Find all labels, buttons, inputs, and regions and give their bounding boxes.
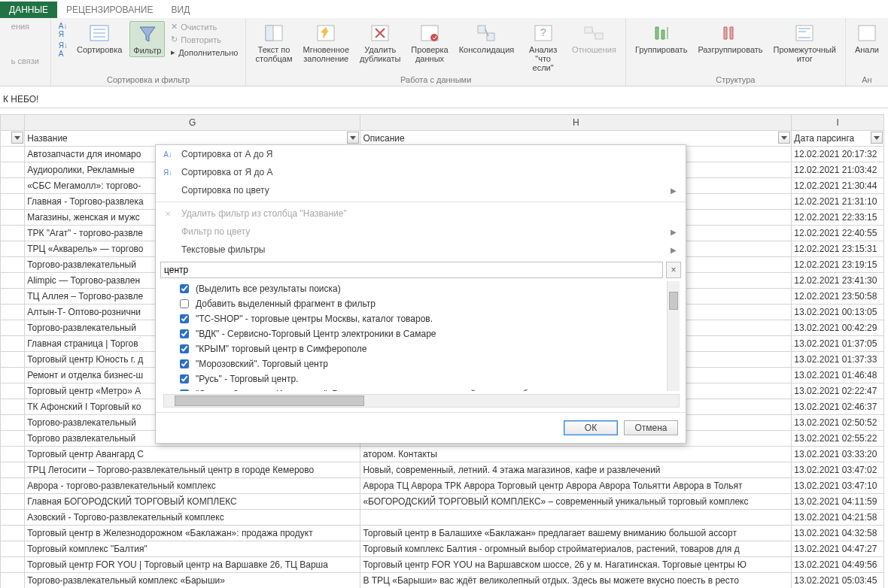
cell-date[interactable]: 13.02.2021 04:21:58 — [792, 510, 884, 526]
filter-value-item[interactable]: (Выделить все результаты поиска) — [163, 281, 680, 296]
cell-date[interactable]: 13.02.2021 04:47:27 — [792, 541, 884, 557]
cell-date[interactable]: 13.02.2021 03:47:10 — [792, 478, 884, 494]
cell[interactable] — [1, 557, 25, 573]
cell-title[interactable]: Азовский - Торгово-развлекательный компл… — [25, 510, 360, 526]
col-header-i[interactable]: I — [792, 115, 884, 131]
whatif-button[interactable]: ? Анализ "что если" — [522, 21, 564, 74]
filter-button[interactable]: Фильтр — [129, 21, 165, 57]
cell-title[interactable]: Торгово-развлекательный комплекс «Барыши… — [25, 573, 360, 589]
tab-view[interactable]: ВИД — [163, 2, 199, 18]
remove-duplicates-button[interactable]: Удалить дубликаты — [357, 21, 403, 65]
filter-value-item[interactable]: "TC-SHOP" - торговые центры Москвы, ката… — [163, 311, 680, 326]
cell[interactable] — [1, 494, 25, 510]
cell[interactable] — [1, 541, 25, 557]
horizontal-scrollbar[interactable] — [163, 394, 680, 408]
vertical-scrollbar[interactable] — [667, 281, 680, 391]
refresh-connections-button[interactable]: ения — [10, 21, 41, 32]
menu-sort-desc[interactable]: Я↓ Сортировка от Я до А — [156, 163, 686, 181]
filter-value-item[interactable]: "Русь" - Торговый центр. — [163, 371, 680, 386]
cell-date[interactable]: 12.02.2021 23:15:31 — [792, 241, 884, 257]
cell-date[interactable]: 12.02.2021 20:17:32 — [792, 147, 884, 162]
filter-value-checkbox[interactable] — [180, 284, 189, 293]
cell[interactable] — [1, 257, 25, 273]
tab-data[interactable]: ДАННЫЕ — [0, 2, 57, 18]
cell-title[interactable]: Торговый центр FOR YOU | Торговый центр … — [25, 557, 360, 573]
cell-desc[interactable]: «БОГОРОДСКИЙ ТОРГОВЫЙ КОМПЛЕКС» – соврем… — [360, 494, 792, 510]
cell[interactable] — [1, 320, 25, 336]
filter-value-list[interactable]: (Выделить все результаты поиска)Добавить… — [163, 281, 680, 391]
filter-value-checkbox[interactable] — [180, 374, 189, 383]
group-rows-button[interactable]: Группировать — [632, 21, 691, 56]
cell-title[interactable]: Аврора - торгово-развлекательный комплек… — [25, 478, 360, 494]
filter-value-checkbox[interactable] — [180, 314, 189, 323]
data-analysis-button[interactable]: Анали — [852, 21, 882, 56]
cell[interactable] — [1, 399, 25, 415]
subtotal-button[interactable]: Промежуточный итог — [771, 21, 839, 65]
cell-date[interactable]: 13.02.2021 02:22:47 — [792, 383, 884, 399]
header-cell-date[interactable]: Дата парсинга — [792, 131, 884, 147]
filter-search-input[interactable] — [160, 262, 663, 278]
cell-date[interactable]: 12.02.2021 23:19:15 — [792, 257, 884, 273]
cell[interactable] — [1, 162, 25, 178]
table-row[interactable]: Торговый центр в Железнодорожном «Баклаж… — [1, 526, 884, 541]
cell-date[interactable]: 13.02.2021 01:46:48 — [792, 368, 884, 383]
cell[interactable] — [1, 147, 25, 162]
table-row[interactable]: Азовский - Торгово-развлекательный компл… — [1, 510, 884, 526]
menu-clear-filter[interactable]: ✕ Удалить фильтр из столбца "Название" — [156, 205, 686, 223]
cell[interactable] — [1, 431, 25, 447]
cell[interactable] — [1, 573, 25, 589]
ungroup-button[interactable]: Разгруппировать — [695, 21, 765, 56]
table-row[interactable]: Торговый центр FOR YOU | Торговый центр … — [1, 557, 884, 573]
cell-date[interactable]: 12.02.2021 22:33:15 — [792, 210, 884, 226]
cell-desc[interactable]: атором. Контакты — [360, 447, 792, 462]
filter-dropdown-icon[interactable] — [778, 132, 790, 144]
ok-button[interactable]: ОК — [564, 420, 618, 435]
row-corner[interactable] — [1, 115, 25, 131]
filter-value-item[interactable]: "Северо-Западная Инженерия". Ремонт комм… — [163, 386, 680, 391]
cell-desc[interactable] — [360, 510, 792, 526]
cell[interactable] — [1, 415, 25, 431]
cell-desc[interactable]: Аврора ТЦ Аврора ТРК Аврора Торговый цен… — [360, 478, 792, 494]
cell-date[interactable]: 13.02.2021 04:11:59 — [792, 494, 884, 510]
cell-title[interactable]: Торговый центр в Железнодорожном «Баклаж… — [25, 526, 360, 541]
edit-links-button[interactable]: ь связи — [10, 56, 41, 66]
cell-date[interactable]: 13.02.2021 05:03:45 — [792, 573, 884, 589]
sort-asc-button[interactable]: А↓Я — [57, 21, 69, 39]
cell-date[interactable]: 13.02.2021 03:47:02 — [792, 462, 884, 478]
table-row[interactable]: ТРЦ Летосити – Торгово-развлекательный ц… — [1, 462, 884, 478]
filter-value-checkbox[interactable] — [180, 329, 189, 338]
cell[interactable] — [1, 305, 25, 320]
cell-date[interactable]: 13.02.2021 02:50:52 — [792, 415, 884, 431]
relationships-button[interactable]: Отношения — [569, 21, 619, 56]
cell-date[interactable]: 12.02.2021 23:41:30 — [792, 273, 884, 289]
clear-filter-button[interactable]: ✕ Очистить — [169, 21, 239, 32]
filter-value-checkbox[interactable] — [180, 359, 189, 368]
cell[interactable] — [1, 289, 25, 305]
cell[interactable] — [1, 383, 25, 399]
advanced-button[interactable]: ▸ Дополнительно — [169, 47, 239, 58]
cell[interactable] — [1, 526, 25, 541]
cell-desc[interactable]: Новый, современный, летний. 4 этажа мага… — [360, 462, 792, 478]
consolidate-button[interactable]: Консолидация — [456, 21, 518, 56]
cell-date[interactable]: 13.02.2021 00:13:05 — [792, 305, 884, 320]
cell[interactable] — [1, 368, 25, 383]
clear-search-button[interactable]: × — [666, 262, 681, 278]
cell-date[interactable]: 12.02.2021 22:40:55 — [792, 226, 884, 241]
cell-date[interactable]: 13.02.2021 01:37:33 — [792, 352, 884, 368]
menu-text-filters[interactable]: Текстовые фильтры ▶ — [156, 241, 686, 259]
cell[interactable] — [1, 273, 25, 289]
cell[interactable] — [1, 462, 25, 478]
cell-date[interactable]: 12.02.2021 23:50:58 — [792, 289, 884, 305]
data-validation-button[interactable]: Проверка данных — [408, 21, 451, 65]
cell[interactable] — [1, 510, 25, 526]
table-row[interactable]: Торгово-развлекательный комплекс «Барыши… — [1, 573, 884, 589]
filter-value-item[interactable]: "ВДК" - Сервисно-Торговый Центр электрон… — [163, 326, 680, 341]
table-row[interactable]: Аврора - торгово-развлекательный комплек… — [1, 478, 884, 494]
filter-value-item[interactable]: "КРЫМ" торговый центр в Симферополе — [163, 341, 680, 356]
col-header-h[interactable]: H — [360, 115, 792, 131]
cell-desc[interactable]: Торговый комплекс Балтия - огромный выбо… — [360, 541, 792, 557]
tab-review[interactable]: РЕЦЕНЗИРОВАНИЕ — [57, 2, 162, 18]
header-cell-empty[interactable] — [1, 131, 25, 147]
cancel-button[interactable]: Отмена — [624, 420, 678, 435]
menu-filter-color[interactable]: Фильтр по цвету ▶ — [156, 223, 686, 241]
